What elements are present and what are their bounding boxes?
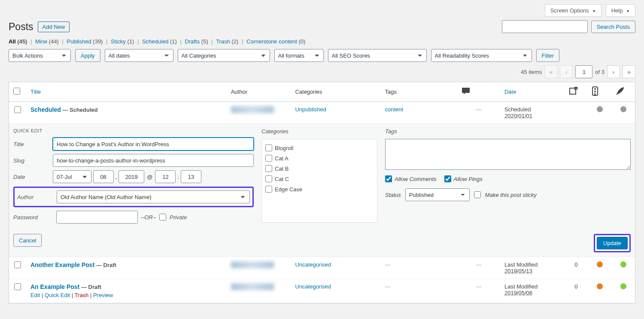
- date-label: Last Modified: [504, 261, 560, 268]
- category-link[interactable]: Unpublished: [295, 106, 326, 113]
- tags-legend: Tags: [385, 128, 631, 135]
- allow-comments-label[interactable]: Allow Comments: [385, 175, 437, 182]
- current-page-input[interactable]: [575, 65, 592, 78]
- preview-link[interactable]: Preview: [93, 292, 113, 298]
- filter-mine[interactable]: Mine (44): [35, 38, 59, 45]
- table-row: Scheduled — Scheduled Unpublished conten…: [9, 102, 635, 124]
- readability-filter-select[interactable]: All Readability Scores: [431, 49, 532, 62]
- year-input[interactable]: [118, 170, 144, 183]
- category-option[interactable]: Edge Case: [265, 184, 374, 194]
- incoming-links-icon: [568, 87, 578, 95]
- quick-edit-link[interactable]: Quick Edit: [45, 292, 70, 298]
- filter-drafts[interactable]: Drafts (5): [185, 38, 208, 45]
- author-link[interactable]: [231, 283, 274, 290]
- post-title-link[interactable]: Scheduled: [30, 106, 61, 113]
- col-date[interactable]: Date: [504, 89, 516, 95]
- cancel-button[interactable]: Cancel: [13, 234, 42, 247]
- status-select[interactable]: Published: [405, 188, 470, 201]
- incoming-count: 0: [564, 257, 588, 279]
- filter-published[interactable]: Published (39): [67, 38, 103, 45]
- categories-list[interactable]: Blogroll Cat A Cat B Cat C Edge Case: [261, 139, 377, 223]
- category-option[interactable]: Cat A: [265, 153, 374, 163]
- prev-page-button: ‹: [560, 65, 573, 78]
- search-input[interactable]: [502, 20, 588, 33]
- post-state: — Draft: [79, 284, 101, 290]
- minute-input[interactable]: [181, 170, 201, 183]
- help-button[interactable]: Help ▼: [606, 4, 635, 17]
- row-checkbox[interactable]: [14, 106, 21, 113]
- col-title[interactable]: Title: [30, 89, 41, 95]
- filter-scheduled[interactable]: Scheduled (1): [142, 38, 177, 45]
- hour-input[interactable]: [155, 170, 176, 183]
- add-new-button[interactable]: Add New: [38, 21, 70, 32]
- bulk-actions-select[interactable]: Bulk Actions: [9, 49, 71, 62]
- day-input[interactable]: [93, 170, 114, 183]
- filter-all[interactable]: All (45): [9, 38, 27, 45]
- category-link[interactable]: Uncategorised: [295, 283, 331, 290]
- allow-pings-checkbox[interactable]: [444, 175, 451, 182]
- sticky-checkbox[interactable]: [474, 191, 481, 198]
- table-row: Another Example Post — Draft Uncategoris…: [9, 257, 635, 279]
- quick-edit-legend: Quick Edit: [13, 128, 254, 133]
- categories-legend: Categories: [261, 128, 377, 135]
- status-label: Status: [385, 192, 401, 198]
- tags-textarea[interactable]: [385, 139, 631, 170]
- seo-filter-select[interactable]: All SEO Scores: [328, 49, 427, 62]
- comment-icon: [462, 87, 470, 95]
- filter-trash[interactable]: Trash (2): [216, 38, 238, 45]
- chevron-down-icon: ▼: [592, 9, 596, 13]
- row-checkbox[interactable]: [14, 283, 21, 290]
- screen-options-button[interactable]: Screen Options ▼: [545, 4, 601, 17]
- select-all-checkbox[interactable]: [13, 88, 20, 95]
- filter-cornerstone[interactable]: Cornerstone content (0): [246, 38, 305, 45]
- date-value: 2020/01/01: [504, 113, 560, 119]
- formats-filter-select[interactable]: All formats: [274, 49, 324, 62]
- seo-score-dot: [597, 106, 603, 112]
- chevron-down-icon: ▼: [626, 9, 630, 13]
- row-checkbox[interactable]: [14, 261, 21, 268]
- col-author: Author: [227, 82, 291, 102]
- category-option[interactable]: Cat B: [265, 163, 374, 174]
- comments-count: —: [476, 106, 482, 113]
- apply-button[interactable]: Apply: [75, 49, 100, 62]
- title-input[interactable]: [53, 138, 254, 150]
- filter-sticky[interactable]: Sticky (1): [111, 38, 134, 45]
- col-seo[interactable]: [588, 82, 611, 102]
- post-title-link[interactable]: An Example Post: [30, 283, 79, 290]
- last-page-button[interactable]: »: [623, 65, 635, 78]
- feather-icon: [616, 87, 624, 95]
- password-input[interactable]: [56, 211, 138, 224]
- col-incoming-links[interactable]: [564, 82, 588, 102]
- password-label: Password: [13, 214, 53, 221]
- allow-comments-checkbox[interactable]: [385, 175, 392, 182]
- author-link[interactable]: [231, 106, 274, 113]
- allow-pings-label[interactable]: Allow Pings: [444, 175, 483, 182]
- col-readability[interactable]: [611, 82, 635, 102]
- filter-button[interactable]: Filter: [536, 49, 560, 62]
- post-title-link[interactable]: Another Example Post: [30, 261, 94, 268]
- dates-filter-select[interactable]: All dates: [105, 49, 173, 62]
- author-select[interactable]: Old Author Name (Old Author Name): [57, 190, 250, 203]
- comments-count: —: [476, 283, 482, 290]
- trash-link[interactable]: Trash: [75, 292, 89, 298]
- table-row: An Example Post — Draft Edit | Quick Edi…: [9, 279, 635, 303]
- search-posts-button[interactable]: Search Posts: [591, 21, 635, 33]
- comments-count: —: [476, 261, 482, 268]
- seo-score-dot: [597, 261, 603, 267]
- seo-score-dot: [597, 283, 603, 289]
- tag-link[interactable]: content: [385, 106, 403, 113]
- category-option[interactable]: Blogroll: [265, 143, 374, 153]
- categories-filter-select[interactable]: All Categories: [178, 49, 270, 62]
- category-link[interactable]: Uncategorised: [295, 261, 331, 268]
- date-label: Scheduled: [504, 106, 560, 113]
- update-button[interactable]: Update: [597, 237, 628, 249]
- month-select[interactable]: 07-Jul: [53, 170, 91, 183]
- category-option[interactable]: Cat C: [265, 174, 374, 184]
- date-label: Date: [13, 174, 53, 180]
- slug-input[interactable]: [53, 154, 254, 167]
- col-comments[interactable]: [457, 82, 500, 102]
- private-checkbox[interactable]: [159, 214, 166, 221]
- author-link[interactable]: [231, 261, 274, 268]
- next-page-button[interactable]: ›: [607, 65, 620, 78]
- edit-link[interactable]: Edit: [30, 292, 40, 298]
